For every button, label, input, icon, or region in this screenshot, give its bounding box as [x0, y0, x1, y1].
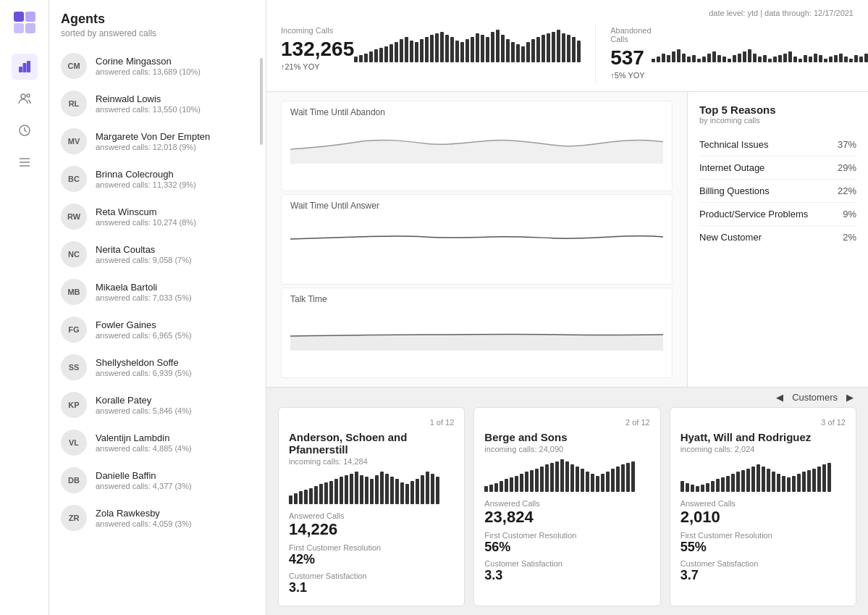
agent-item[interactable]: CM Corine Mingasson answered calls: 13,6…: [49, 47, 266, 85]
agent-item[interactable]: RL Reinwald Lowis answered calls: 13,550…: [49, 85, 266, 122]
nav-history-icon[interactable]: [12, 117, 38, 143]
card-fcr-value: 56%: [484, 540, 649, 555]
agent-item[interactable]: SS Shellysheldon Soffe answered calls: 6…: [49, 348, 266, 386]
prev-arrow[interactable]: ◀: [776, 392, 783, 403]
metrics-bar: date level: ytd | data through: 12/17/20…: [266, 0, 868, 92]
mini-bar: [455, 41, 459, 62]
agent-name: Valentijn Lambdin: [96, 432, 254, 443]
svg-rect-3: [25, 23, 35, 33]
mini-bar: [652, 59, 655, 62]
mini-bar: [712, 51, 716, 62]
agent-item[interactable]: DB Danielle Baffin answered calls: 4,377…: [49, 461, 266, 499]
nav-dashboard-icon[interactable]: [12, 54, 38, 80]
mini-bar: [572, 37, 576, 62]
agent-item[interactable]: MB Mikaela Bartoli answered calls: 7,033…: [49, 273, 266, 311]
card-mini-bar: [510, 477, 513, 492]
card-mini-bar: [762, 467, 765, 492]
mini-bar: [445, 35, 449, 62]
agents-header: Agents sorted by answered calls: [49, 0, 266, 44]
mini-bar: [491, 32, 494, 62]
card-answered-value: 14,226: [289, 520, 454, 539]
customer-card: 3 of 12 Hyatt, Will and Rodriguez incomi…: [670, 407, 856, 606]
card-index: 1 of 12: [289, 418, 454, 427]
mini-bar: [763, 55, 767, 62]
card-fcr-label: First Customer Resolution: [289, 543, 454, 552]
mini-bar: [748, 49, 751, 62]
agents-subtitle: sorted by answered calls: [61, 28, 254, 38]
card-name: Hyatt, Will and Rodriguez: [681, 431, 846, 443]
card-mini-chart: [681, 459, 846, 492]
card-mini-bar: [611, 469, 615, 492]
reason-row: Internet Outage 29%: [699, 156, 856, 180]
card-mini-bar: [535, 469, 539, 492]
mini-bar: [824, 59, 827, 62]
agent-item[interactable]: MV Margarete Von Der Empten answered cal…: [49, 122, 266, 160]
agent-item[interactable]: FG Fowler Gaines answered calls: 6,965 (…: [49, 311, 266, 348]
card-name: Anderson, Schoen and Pfannerstill: [289, 431, 454, 456]
card-incoming: incoming calls: 14,284: [289, 457, 454, 466]
card-answered-label: Answered Calls: [289, 511, 454, 520]
card-mini-bar: [736, 472, 740, 492]
wait-abandon-chart: Wait Time Until Abandon: [281, 101, 673, 191]
card-mini-bar: [545, 464, 549, 492]
agent-item[interactable]: ZR Zola Rawkesby answered calls: 4,059 (…: [49, 499, 266, 537]
mini-bar: [809, 57, 812, 62]
card-mini-bar: [565, 461, 569, 492]
card-answered-label: Answered Calls: [681, 499, 846, 508]
agent-stats: answered calls: 6,939 (5%): [96, 369, 254, 377]
mini-bar: [374, 49, 378, 62]
card-mini-bar: [721, 477, 725, 492]
card-mini-bar: [340, 477, 343, 504]
card-mini-bar: [570, 464, 574, 492]
agent-stats: answered calls: 10,274 (8%): [96, 218, 254, 227]
agent-avatar: BC: [61, 166, 87, 192]
card-mini-bar: [560, 459, 564, 492]
agent-item[interactable]: RW Reta Winscum answered calls: 10,274 (…: [49, 198, 266, 235]
mini-bar: [542, 35, 545, 62]
card-mini-bar: [596, 476, 599, 492]
reason-name: New Customer: [699, 232, 843, 243]
card-mini-bar: [395, 479, 399, 504]
card-mini-bar: [484, 486, 488, 492]
card-mini-bar: [586, 472, 589, 492]
card-csat-label: Customer Satisfaction: [289, 572, 454, 580]
card-mini-bar: [782, 476, 785, 492]
mini-bar: [405, 37, 408, 62]
agent-stats: answered calls: 4,377 (3%): [96, 482, 254, 490]
agent-item[interactable]: VL Valentijn Lambdin answered calls: 4,8…: [49, 424, 266, 461]
card-mini-bar: [555, 461, 559, 492]
card-fcr-value: 42%: [289, 552, 454, 567]
mini-bar: [410, 41, 413, 62]
reason-name: Internet Outage: [699, 162, 838, 173]
abandoned-chart: [652, 26, 869, 62]
incoming-value: 132,265: [281, 38, 354, 61]
reason-row: Billing Questions 22%: [699, 180, 856, 203]
next-arrow[interactable]: ▶: [846, 392, 854, 403]
card-mini-bar: [289, 495, 292, 504]
reason-pct: 37%: [838, 139, 856, 150]
top5-title: Top 5 Reasons: [699, 104, 856, 116]
svg-rect-2: [14, 23, 24, 33]
metrics-row: Incoming Calls 132,265 ↑21% YOY Abandone…: [281, 23, 854, 83]
mini-bar: [384, 46, 388, 62]
mini-bar: [697, 59, 701, 62]
card-mini-bar: [726, 476, 730, 492]
card-mini-bar: [345, 475, 348, 504]
nav-list-icon[interactable]: [12, 149, 38, 175]
mini-bar: [804, 55, 807, 62]
agent-item[interactable]: BC Brinna Colecrough answered calls: 11,…: [49, 160, 266, 198]
card-answered-label: Answered Calls: [484, 499, 649, 508]
agent-name: Mikaela Bartoli: [96, 282, 254, 293]
agent-item[interactable]: NC Nerita Coultas answered calls: 9,058 …: [49, 235, 266, 273]
card-mini-bar: [767, 469, 770, 492]
agent-stats: answered calls: 6,965 (5%): [96, 331, 254, 340]
scrollbar-thumb[interactable]: [260, 58, 263, 145]
nav-agents-icon[interactable]: [12, 85, 38, 112]
card-mini-bar: [355, 472, 358, 504]
mini-bar: [702, 57, 706, 62]
agent-item[interactable]: KP Koralle Patey answered calls: 5,846 (…: [49, 386, 266, 424]
mini-bar: [707, 54, 711, 62]
card-mini-bar: [621, 464, 625, 492]
agent-info: Nerita Coultas answered calls: 9,058 (7%…: [96, 244, 254, 264]
card-mini-bar: [309, 488, 313, 504]
